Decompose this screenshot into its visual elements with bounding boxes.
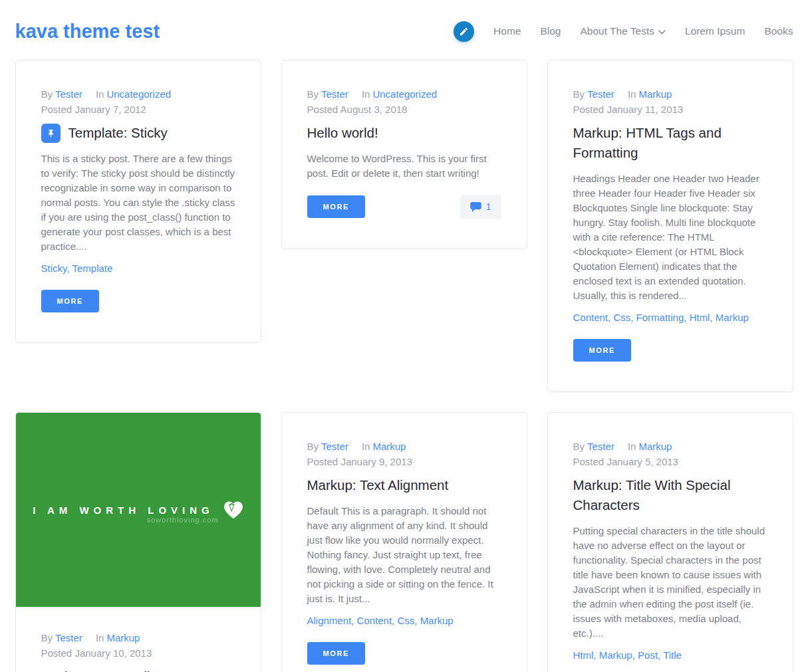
author-link[interactable]: Tester [587, 88, 614, 100]
nav-item-books[interactable]: Books [764, 25, 793, 37]
tag-link[interactable]: Css [613, 312, 630, 323]
date-value: January 10, 2013 [74, 647, 152, 659]
post-title-text: Markup: Text Alignment [307, 475, 449, 495]
post-meta: ByTester InMarkup [573, 439, 767, 454]
by-label: By [573, 88, 585, 100]
post-card-template-sticky: ByTester InUncategorized Posted January … [15, 60, 261, 343]
nav-item-label: Books [764, 25, 793, 37]
tag-link[interactable]: Formatting [636, 312, 684, 323]
post-tags: Alignment, Content, Css, Markup [307, 614, 501, 628]
post-title-text: Markup: Title With Special Characters [573, 475, 767, 515]
tag-link[interactable]: Markup [716, 312, 749, 323]
post-meta: ByTester InMarkup [573, 87, 767, 102]
post-meta: ByTester InUncategorized [41, 87, 235, 102]
posted-label: Posted [41, 104, 72, 115]
post-date: Posted January 9, 2013 [307, 455, 501, 469]
tag-link[interactable]: Alignment [307, 615, 352, 626]
post-date: Posted January 7, 2012 [41, 102, 235, 117]
post-meta: ByTester InMarkup [307, 439, 501, 454]
post-date: Posted August 3, 2018 [307, 102, 501, 117]
date-value: January 9, 2013 [340, 456, 412, 467]
post-excerpt: Headings Header one Header two Header th… [573, 171, 767, 303]
comments-badge[interactable]: 1 [460, 195, 501, 219]
by-label: By [307, 88, 319, 100]
posted-label: Posted [307, 456, 338, 467]
in-label: In [362, 441, 370, 452]
more-button[interactable]: MORE [573, 339, 631, 362]
category-link[interactable]: Uncategorized [372, 88, 437, 100]
posts-grid: ByTester InUncategorized Posted January … [15, 60, 793, 672]
tag-link[interactable]: Post [638, 649, 658, 661]
post-title[interactable]: Markup: HTML Tags and Formatting [573, 123, 767, 163]
date-value: January 7, 2012 [74, 104, 146, 115]
nav-item-label: Lorem Ipsum [685, 25, 745, 37]
featured-image[interactable]: I AM WORTH LOVING soworthloving.com [16, 413, 261, 607]
date-value: January 11, 2013 [606, 104, 683, 115]
more-button[interactable]: MORE [41, 290, 99, 312]
post-title[interactable]: Markup: Text Alignment [307, 475, 501, 495]
post-card-html-tags-formatting: ByTester InMarkup Posted January 11, 201… [547, 60, 793, 392]
more-button[interactable]: MORE [307, 195, 365, 218]
nav-item-about-the-tests[interactable]: About The Tests [581, 25, 666, 37]
posted-label: Posted [307, 104, 338, 115]
comment-bubble-icon [470, 202, 481, 212]
by-label: By [41, 632, 53, 643]
author-link[interactable]: Tester [321, 88, 348, 100]
post-title[interactable]: Markup: Title With Special Characters [573, 475, 767, 515]
tag-link[interactable]: Template [72, 263, 112, 274]
site-title[interactable]: kava theme test [15, 21, 160, 43]
tag-link[interactable]: Markup [420, 615, 454, 626]
post-excerpt: Welcome to WordPress. This is your first… [307, 152, 501, 181]
post-date: Posted January 10, 2013 [41, 646, 235, 661]
post-tags: Sticky, Template [41, 261, 235, 276]
tag-link[interactable]: Markup [599, 649, 632, 661]
post-title-text: Markup: Image Alignment [41, 667, 196, 672]
author-link[interactable]: Tester [55, 88, 82, 100]
in-label: In [628, 441, 636, 452]
tag-link[interactable]: Title [663, 649, 682, 661]
chevron-down-icon [658, 30, 666, 35]
in-label: In [96, 632, 104, 643]
edit-pencil-button[interactable] [454, 21, 474, 42]
featured-image-domain: soworthloving.com [146, 516, 218, 524]
tag-link[interactable]: Css [397, 615, 414, 626]
nav-item-blog[interactable]: Blog [540, 25, 561, 37]
post-card-hello-world: ByTester InUncategorized Posted August 3… [281, 60, 527, 249]
in-label: In [96, 88, 104, 100]
post-title-text: Template: Sticky [68, 123, 168, 143]
more-button[interactable]: MORE [307, 642, 365, 665]
author-link[interactable]: Tester [587, 441, 614, 452]
tag-link[interactable]: Content [573, 312, 608, 323]
nav-item-home[interactable]: Home [493, 25, 521, 37]
tag-link[interactable]: Sticky [41, 263, 67, 274]
post-date: Posted January 5, 2013 [573, 455, 767, 469]
in-label: In [628, 88, 636, 100]
nav-item-lorem-ipsum[interactable]: Lorem Ipsum [685, 25, 745, 37]
post-excerpt: Putting special characters in the title … [573, 524, 767, 641]
category-link[interactable]: Markup [372, 441, 406, 452]
heart-diamond-icon [223, 501, 243, 519]
main-nav: Home Blog About The Tests Lorem Ipsum Bo… [454, 21, 793, 42]
category-link[interactable]: Markup [106, 632, 140, 643]
tag-link[interactable]: Content [357, 615, 392, 626]
post-title[interactable]: Hello world! [307, 123, 501, 143]
post-meta: ByTester InUncategorized [307, 87, 501, 102]
site-header: kava theme test Home Blog About The Test… [15, 0, 793, 60]
date-value: January 5, 2013 [606, 456, 678, 467]
post-title[interactable]: Markup: Image Alignment [41, 667, 235, 672]
posted-label: Posted [573, 456, 605, 467]
post-card-text-alignment: ByTester InMarkup Posted January 9, 2013… [281, 412, 527, 672]
author-link[interactable]: Tester [55, 632, 82, 643]
featured-image-caption: I AM WORTH LOVING [33, 504, 214, 516]
category-link[interactable]: Markup [638, 88, 672, 100]
post-card-image-alignment: I AM WORTH LOVING soworthloving.com ByTe… [15, 412, 261, 672]
post-tags: Content, Css, Formatting, Html, Markup [573, 310, 767, 325]
category-link[interactable]: Markup [638, 441, 672, 452]
author-link[interactable]: Tester [321, 441, 348, 452]
in-label: In [362, 88, 370, 100]
tag-link[interactable]: Html [690, 312, 710, 323]
post-title[interactable]: Template: Sticky [41, 123, 235, 143]
pencil-icon [459, 27, 469, 37]
tag-link[interactable]: Html [573, 649, 594, 661]
category-link[interactable]: Uncategorized [106, 88, 171, 100]
